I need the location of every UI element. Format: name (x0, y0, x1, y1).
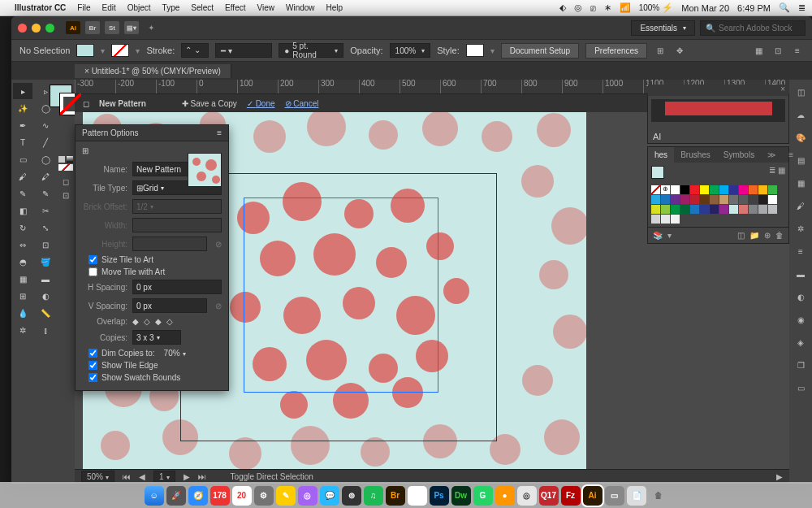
nav-next-icon[interactable]: ▶ (184, 472, 190, 481)
zoom-level[interactable]: 50% (81, 471, 114, 483)
paintbrush-tool[interactable]: 🖌 (13, 168, 32, 185)
dropbox-icon[interactable]: ⬖ (559, 2, 566, 13)
swatch-color[interactable] (671, 205, 680, 214)
delete-swatch-icon[interactable]: 🗑 (775, 231, 784, 240)
swatch-color[interactable] (700, 195, 709, 204)
dim-value-select[interactable]: 70% (164, 349, 201, 358)
arrange-button[interactable]: ▤▾ (124, 21, 139, 34)
pattern-breadcrumb-icon[interactable]: ◻ (83, 99, 89, 108)
swatch-color[interactable] (768, 185, 777, 194)
save-copy-button[interactable]: ✚ Save a Copy (182, 99, 237, 108)
dock-app4[interactable]: ● (495, 486, 515, 506)
shaper-tool[interactable]: ✎ (36, 185, 55, 202)
swatch-color[interactable] (710, 205, 719, 214)
swatch-color[interactable] (680, 205, 689, 214)
stroke-weight-input[interactable]: ⌃ ⌄ (181, 43, 209, 58)
nav-prev-icon[interactable]: ◀ (139, 472, 145, 481)
scroll-right-icon[interactable]: ▶ (776, 472, 783, 481)
dock-launchpad[interactable]: 🚀 (166, 486, 186, 506)
dock-photoshop[interactable]: Ps (430, 486, 449, 506)
zoom-window-button[interactable] (45, 24, 54, 33)
mesh-tool[interactable]: ⊞ (13, 288, 32, 304)
pen-tool[interactable]: ✒ (13, 117, 32, 133)
swatch-color[interactable] (661, 215, 670, 224)
overlap-bottom-icon[interactable]: ◇ (166, 317, 173, 326)
symbols-panel-icon[interactable]: ✲ (793, 221, 808, 236)
line-tool[interactable]: ╱ (36, 134, 55, 150)
artboards-panel-icon[interactable]: ▭ (793, 380, 808, 395)
panel-menu-icon[interactable]: ≡ (791, 44, 804, 57)
done-button[interactable]: ✓ Done (247, 99, 275, 108)
swatch-color[interactable] (719, 195, 728, 204)
dock-trash[interactable]: 🗑 (649, 486, 668, 506)
measure-tool[interactable]: 📏 (36, 305, 55, 321)
menu-view[interactable]: View (257, 3, 274, 12)
swatch-registration[interactable]: ⊕ (661, 185, 670, 194)
swatch-color[interactable] (690, 205, 699, 214)
move-tile-checkbox[interactable] (89, 267, 97, 276)
gradient-mode[interactable] (67, 156, 73, 163)
swatch-color[interactable] (651, 195, 660, 204)
stock-button[interactable]: St (105, 21, 119, 34)
swatch-color[interactable] (739, 205, 748, 214)
nav-last-icon[interactable]: ⏭ (198, 472, 206, 481)
swatch-libraries-icon[interactable]: 📚 (653, 231, 663, 240)
fill-swatch[interactable] (76, 44, 94, 57)
dock-app5[interactable]: ◎ (517, 486, 537, 506)
menu-effect[interactable]: Effect (225, 3, 245, 12)
appearance-panel-icon[interactable]: ◉ (793, 312, 808, 327)
libraries-icon[interactable]: ☁ (793, 107, 808, 122)
pattern-tile-tool-icon[interactable]: ⊞ (82, 146, 89, 155)
swatch-color[interactable] (749, 205, 758, 214)
swatch-color[interactable] (719, 205, 728, 214)
swatch-color[interactable] (758, 195, 767, 204)
show-tile-edge-checkbox[interactable] (89, 361, 97, 370)
spotlight-icon[interactable]: 🔍 (779, 2, 790, 13)
swatch-color[interactable] (700, 185, 709, 194)
color-panel-icon[interactable]: 🎨 (793, 130, 808, 145)
swatch-color[interactable] (758, 185, 767, 194)
navigator-minimap[interactable] (651, 99, 785, 122)
copies-select[interactable]: 3 x 3 (132, 330, 181, 345)
swatch-color[interactable] (671, 185, 680, 194)
eyedropper-tool[interactable]: 💧 (13, 305, 32, 321)
search-stock-input[interactable]: 🔍 Search Adobe Stock (700, 20, 806, 36)
properties-icon[interactable]: ◫ (793, 85, 808, 99)
cancel-button[interactable]: ⊘ Cancel (285, 99, 319, 108)
width-tool[interactable]: ⇔ (13, 237, 32, 253)
swatch-color[interactable] (768, 195, 777, 204)
menu-object[interactable]: Object (127, 3, 151, 12)
stroke-panel-icon[interactable]: ≡ (793, 244, 808, 258)
swatch-kind-icon[interactable]: ▾ (667, 231, 672, 240)
swatch-color[interactable] (700, 205, 709, 214)
swatch-color[interactable] (729, 195, 738, 204)
document-tab[interactable]: × Untitled-1* @ 50% (CMYK/Preview) (75, 64, 231, 78)
overlap-top-icon[interactable]: ◆ (155, 317, 162, 326)
overlap-right-icon[interactable]: ◇ (144, 317, 150, 326)
brush-selector[interactable]: ● 5 pt. Round (279, 43, 343, 58)
dock-filezilla[interactable]: Fz (561, 486, 581, 506)
menu-window[interactable]: Window (286, 3, 315, 12)
minimize-window-button[interactable] (32, 24, 41, 33)
menu-edit[interactable]: Edit (102, 3, 115, 12)
swatch-color[interactable] (749, 195, 758, 204)
dock-app2[interactable]: ⊚ (342, 486, 361, 506)
blob-brush-tool[interactable]: 🖍 (36, 168, 55, 185)
cc-icon[interactable]: ◎ (574, 2, 582, 13)
stroke-swatch[interactable] (111, 44, 129, 57)
live-paint-tool[interactable]: 🪣 (36, 254, 55, 270)
workspace-selector[interactable]: Essentials (631, 20, 695, 36)
rotate-tool[interactable]: ↻ (13, 219, 32, 236)
menu-help[interactable]: Help (326, 3, 343, 12)
swatch-color[interactable] (758, 205, 767, 214)
menu-select[interactable]: Select (191, 3, 214, 12)
swatch-color[interactable] (651, 215, 660, 224)
wifi-icon[interactable]: 📶 (620, 2, 631, 13)
dock-app3[interactable]: G (473, 486, 493, 506)
size-tile-checkbox[interactable] (89, 255, 97, 264)
dock-app6[interactable]: ▭ (605, 486, 624, 506)
free-transform-tool[interactable]: ⊡ (36, 237, 55, 253)
swatch-color[interactable] (710, 195, 719, 204)
dock-quicken[interactable]: Q17 (539, 486, 559, 506)
rectangle-tool[interactable]: ▭ (13, 151, 32, 167)
